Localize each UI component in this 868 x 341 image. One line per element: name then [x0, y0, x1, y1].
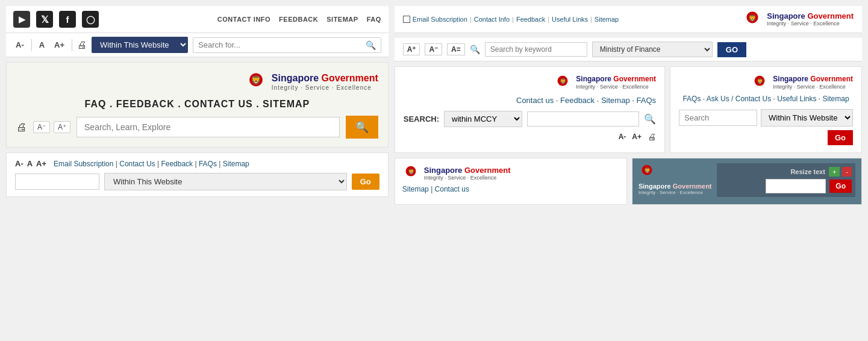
contact-info-link[interactable]: CONTACT INFO: [217, 16, 270, 23]
faqs-link-nav[interactable]: FAQs: [682, 95, 701, 103]
card2-go-button[interactable]: Go: [352, 174, 379, 190]
mini-resize-minus[interactable]: -: [842, 167, 852, 177]
ask-us-link[interactable]: Ask Us / Contact Us: [707, 95, 771, 103]
card-font-increase[interactable]: A⁺: [54, 121, 70, 133]
card-search-button[interactable]: 🔍: [346, 116, 378, 139]
subscription-links: Email Subscription | Contact Us | Feedba…: [54, 160, 249, 168]
card-print-icon[interactable]: 🖨: [16, 121, 27, 134]
faqs-link[interactable]: FAQs: [199, 160, 217, 168]
faqs-search-input[interactable]: [679, 110, 757, 126]
email-sub-link-right[interactable]: Email Subscription: [413, 16, 467, 23]
search-scope-select-right[interactable]: Ministry of Finance: [592, 42, 713, 57]
email-box-icon: [403, 16, 410, 23]
divider2: [72, 39, 72, 51]
useful-links-nav[interactable]: Useful Links: [777, 95, 816, 103]
mccy-search-label: SEARCH:: [404, 114, 439, 124]
useful-links-right[interactable]: Useful Links: [552, 16, 588, 23]
search-input[interactable]: [198, 40, 366, 49]
contact-info-right[interactable]: Contact Info: [474, 16, 510, 23]
faqs-scope-select[interactable]: Within This Website: [761, 109, 853, 127]
svg-text:🦁: 🦁: [407, 168, 414, 175]
sg-text-right: Singapore Government Integrity · Service…: [767, 11, 854, 27]
sitemap-mccy[interactable]: Sitemap: [601, 96, 630, 105]
faqs-nav: FAQs · Ask Us / Contact Us · Useful Link…: [679, 95, 853, 103]
sg-text-block: Singapore Government Integrity · Service…: [272, 72, 378, 91]
mini1-contact[interactable]: Contact us: [435, 185, 469, 193]
sg-lion-icon: 🦁: [245, 71, 267, 93]
feedback-link2[interactable]: Feedback: [161, 160, 193, 168]
font-decrease-button[interactable]: A-: [13, 39, 27, 51]
top-bar-right: Email Subscription | Contact Info | Feed…: [395, 6, 862, 33]
mccy-lion-icon: 🦁: [554, 74, 571, 91]
go-button-right[interactable]: GO: [717, 42, 746, 57]
search-keyword-input[interactable]: [485, 42, 587, 57]
font-normal-button[interactable]: A: [37, 39, 47, 51]
top-bar-left: ▶ 𝕏 f ◯ CONTACT INFO FEEDBACK SITEMAP FA…: [6, 6, 389, 33]
svg-text:🦁: 🦁: [560, 78, 567, 85]
rz-normal[interactable]: A: [27, 159, 33, 168]
feedback-mccy[interactable]: Feedback: [560, 96, 595, 105]
mccy-rz-plus[interactable]: A+: [632, 132, 642, 142]
nav-links-card: FAQ . FEEDBACK . CONTACT US . SITEMAP: [16, 99, 378, 110]
feedback-right[interactable]: Feedback: [516, 16, 545, 23]
twitter-icon[interactable]: 𝕏: [36, 11, 53, 28]
mini2-lion-icon: 🦁: [639, 163, 655, 180]
mini1-sitemap[interactable]: Sitemap: [402, 185, 429, 193]
mccy-rz-minus[interactable]: A-: [619, 132, 626, 142]
search-icon[interactable]: 🔍: [366, 40, 376, 50]
right-cards: 🦁 Singapore Government Integrity · Servi…: [395, 66, 862, 153]
card2-scope-select[interactable]: Within This Website: [104, 173, 347, 190]
rz-eq-right[interactable]: A=: [447, 43, 465, 55]
contact-us-link[interactable]: Contact Us: [119, 160, 155, 168]
mccy-sg-logo: 🦁 Singapore Government Integrity · Servi…: [554, 74, 656, 91]
sg-lion-right-icon: 🦁: [743, 10, 762, 29]
font-increase-button[interactable]: A+: [52, 39, 67, 51]
mccy-card: 🦁 Singapore Government Integrity · Servi…: [395, 66, 665, 153]
svg-text:🦁: 🦁: [251, 75, 261, 86]
rz-plus-right[interactable]: A⁺: [403, 43, 420, 55]
mini-resize-plus[interactable]: +: [829, 167, 840, 177]
instagram-icon[interactable]: ◯: [82, 11, 99, 28]
mini-card-1: 🦁 Singapore Government Integrity · Servi…: [395, 158, 627, 205]
mini2-left: 🦁 Singapore Government Integrity · Servi…: [639, 163, 712, 195]
svg-text:🦁: 🦁: [748, 14, 757, 22]
mccy-scope-select[interactable]: within MCCY: [444, 111, 522, 127]
rz-minus-right[interactable]: A⁻: [425, 43, 442, 55]
rz-minus[interactable]: A-: [15, 159, 23, 168]
mccy-search-input[interactable]: [527, 111, 639, 127]
youtube-icon[interactable]: ▶: [13, 11, 30, 28]
scope-dropdown[interactable]: Within This Website: [92, 37, 188, 53]
sitemap-link[interactable]: SITEMAP: [326, 16, 358, 23]
contact-us-mccy[interactable]: Contact us: [516, 96, 554, 105]
mini-search-input[interactable]: [766, 179, 826, 193]
card-subscription: A- A A+ Email Subscription | Contact Us …: [6, 152, 389, 197]
sitemap-right[interactable]: Sitemap: [595, 16, 619, 23]
mccy-search-icon[interactable]: 🔍: [644, 113, 656, 125]
feedback-link[interactable]: FEEDBACK: [279, 16, 318, 23]
sitemap-link2[interactable]: Sitemap: [223, 160, 249, 168]
card-search-input[interactable]: [76, 117, 340, 137]
sg-gov-label: Singapore Government: [272, 72, 378, 84]
left-panel: ▶ 𝕏 f ◯ CONTACT INFO FEEDBACK SITEMAP FA…: [6, 6, 389, 335]
sitemap-nav[interactable]: Sitemap: [823, 95, 849, 103]
print-icon[interactable]: 🖨: [77, 40, 87, 51]
rz-plus[interactable]: A+: [36, 159, 46, 168]
mini-card-1-logo: 🦁 Singapore Government Integrity · Servi…: [402, 164, 619, 181]
mccy-print-icon[interactable]: 🖨: [648, 132, 656, 142]
mccy-logo-row: 🦁 Singapore Government Integrity · Servi…: [404, 74, 656, 91]
faqs-sg-text: Singapore Government Integrity · Service…: [773, 75, 853, 90]
faqs-lion-icon: 🦁: [751, 74, 768, 91]
faqs-sg-logo: 🦁 Singapore Government Integrity · Servi…: [751, 74, 853, 91]
mini-card-2: 🦁 Singapore Government Integrity · Servi…: [632, 158, 862, 205]
sg-gov-red: Government: [322, 73, 378, 83]
facebook-icon[interactable]: f: [59, 11, 76, 28]
card-font-decrease[interactable]: A⁻: [33, 121, 50, 133]
email-sub-link[interactable]: Email Subscription: [54, 160, 113, 168]
card2-search-input[interactable]: [15, 174, 99, 190]
faqs-go-button[interactable]: Go: [828, 130, 853, 145]
sg-tagline: Integrity · Service · Excellence: [272, 84, 378, 92]
faqs-logo-row: 🦁 Singapore Government Integrity · Servi…: [679, 74, 853, 91]
mini-go-button[interactable]: Go: [829, 180, 852, 193]
faq-link[interactable]: FAQ: [367, 16, 381, 23]
faqs-mccy[interactable]: FAQs: [636, 96, 656, 105]
